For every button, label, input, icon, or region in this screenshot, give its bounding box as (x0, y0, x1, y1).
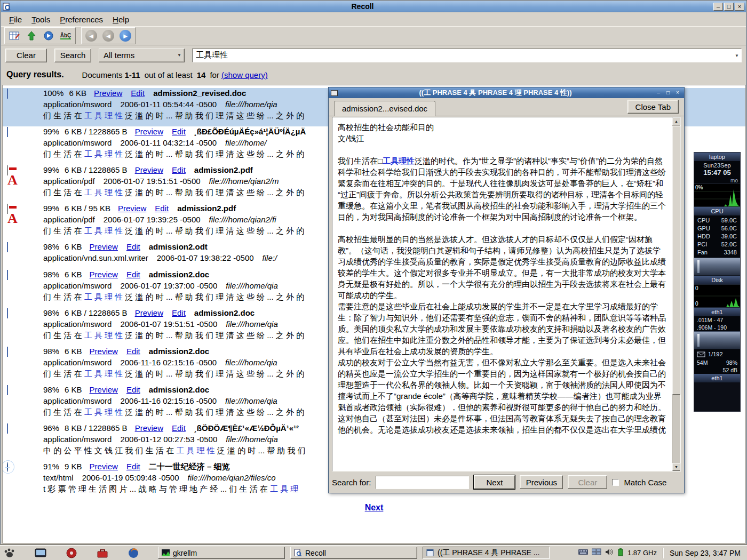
volume-icon[interactable] (605, 548, 614, 557)
search-button[interactable]: Search (54, 49, 91, 62)
scroll-up-icon[interactable]: ▲ (672, 117, 680, 125)
edit-link[interactable]: Edit (126, 385, 140, 394)
preview-link[interactable]: Preview (90, 347, 118, 356)
next-results-link[interactable]: Next (365, 503, 384, 512)
doc-paragraph: 我们生活在□工具理性泛滥的时代。作为“世之显学”的诸种以“事实”与“价值”的二分… (338, 155, 666, 222)
prev-page-icon[interactable]: ◀ (101, 29, 116, 43)
search-row: Clear Search All terms ▼ ▼ (1, 46, 746, 65)
preview-link[interactable]: Preview (135, 127, 163, 136)
preview-tab[interactable]: admission2...evised.doc (334, 101, 435, 116)
find-previous-button[interactable]: Previous (520, 475, 563, 489)
show-query-link[interactable]: (show query) (221, 70, 268, 79)
terminal-launcher-icon[interactable] (34, 547, 47, 559)
edit-link[interactable]: Edit (172, 423, 186, 433)
result-filename: admission2.odt (149, 242, 208, 251)
doc-file-icon (7, 309, 35, 341)
next-page-icon[interactable]: ▶ (118, 29, 133, 43)
window-manager-menu-icon[interactable] (3, 547, 16, 559)
edit-link[interactable]: Edit (131, 89, 145, 98)
edit-link[interactable]: Edit (172, 127, 186, 136)
preview-link[interactable]: Preview (118, 204, 146, 213)
preview-close-button[interactable]: × (673, 89, 682, 97)
edit-link[interactable]: Edit (155, 204, 169, 213)
main-titlebar[interactable]: Recoll – □ × (1, 1, 746, 12)
docs-label: Documents (82, 70, 123, 79)
preview-link[interactable]: Preview (135, 423, 163, 433)
edit-link[interactable]: Edit (126, 462, 140, 471)
gkrellm-monitor[interactable]: laptop Sun23Sep 15:47 05 mo 0% CPU CPU59… (694, 152, 741, 412)
cpu-frequency: 1.87 GHz (627, 549, 657, 557)
clear-button[interactable]: Clear (5, 49, 47, 62)
scroll-down-icon[interactable]: ▼ (672, 463, 680, 471)
preview-link[interactable]: Preview (90, 385, 118, 394)
media-player-launcher-icon[interactable] (65, 547, 78, 559)
hostname-label: laptop (694, 153, 740, 161)
preview-link[interactable]: Preview (90, 270, 118, 279)
taskbar-task-preview[interactable]: ((工 PHRASE 4 具 PHRASE ... (423, 547, 550, 559)
sensor-readouts: CPU59.0C GPU56.0C HDD39.0C PCI52.0C Fan3… (694, 215, 740, 258)
menu-preferences[interactable]: Preferences (55, 13, 108, 26)
edit-link[interactable]: Edit (172, 165, 186, 174)
net-tx: .906M - 190 (694, 324, 740, 331)
preview-scrollbar[interactable]: ▲ ▼ (672, 117, 680, 471)
maximize-button[interactable]: □ (724, 3, 734, 11)
doc-file-icon (7, 89, 35, 121)
search-mode-select[interactable]: All terms ▼ (99, 49, 185, 62)
menu-help[interactable]: Help (108, 13, 134, 26)
result-table-icon[interactable] (7, 29, 22, 43)
preview-find-bar: Search for: Next Previous Clear Match Ca… (332, 474, 681, 490)
result-url: file:///home/qia (226, 319, 278, 329)
preview-window: ((工 PHRASE 4 具 PHRASE 4 理 PHRASE 4 性)) –… (328, 87, 685, 493)
scrollbar-thumb[interactable] (672, 126, 680, 395)
menu-tools[interactable]: Tools (27, 13, 55, 26)
krell-meter[interactable] (694, 331, 740, 349)
keyboard-layout-icon[interactable] (578, 548, 588, 557)
preview-link[interactable]: Preview (90, 462, 118, 471)
preview-link[interactable]: Preview (135, 165, 163, 174)
edit-link[interactable]: Edit (172, 308, 186, 317)
preview-text-area[interactable]: 高校招生的社会功能和目的 文/钱江 我们生活在□工具理性泛滥的时代。作为“世之显… (332, 117, 681, 471)
disk-chart: 0 0 (694, 284, 740, 308)
preview-link[interactable]: Preview (90, 242, 118, 251)
preview-link[interactable]: Preview (94, 89, 122, 98)
sort-icon[interactable] (24, 29, 39, 43)
find-clear-button[interactable]: Clear (568, 475, 607, 489)
preview-window-icon (331, 90, 338, 96)
workspace-pager-icon[interactable] (592, 548, 601, 557)
window-title: Recoll (13, 2, 712, 11)
net-section-label: eth1 (694, 308, 740, 316)
preview-maximize-button[interactable]: □ (664, 89, 672, 97)
first-page-icon[interactable]: ◀ (84, 29, 99, 43)
tray-separator (663, 548, 664, 558)
close-button[interactable]: × (735, 3, 744, 11)
battery-icon[interactable] (617, 548, 624, 558)
history-icon[interactable] (41, 29, 56, 43)
doc-paragraph: 高校招生最明显的目的当然是选拔人才。但这选拔人才的目标却不仅仅是人们假定“因材施… (338, 234, 666, 301)
taskbar-task-recoll[interactable]: Recoll (290, 547, 417, 559)
search-input[interactable] (192, 49, 742, 62)
results-header: Query results. Documents 1-11 out of at … (1, 65, 746, 85)
spellcheck-icon[interactable]: ÂbÇ (58, 29, 73, 43)
doc-file-icon (7, 386, 35, 418)
taskbar-clock[interactable]: Sun Sep 23, 3:47 PM (670, 549, 744, 557)
find-input[interactable] (376, 476, 469, 489)
edit-link[interactable]: Edit (126, 242, 140, 251)
minimize-button[interactable]: – (713, 3, 723, 11)
preview-titlebar[interactable]: ((工 PHRASE 4 具 PHRASE 4 理 PHRASE 4 性)) –… (329, 87, 684, 98)
taskbar-task-gkrellm[interactable]: gkrellm (158, 547, 285, 559)
toolbox-launcher-icon[interactable] (96, 547, 109, 559)
match-case-checkbox[interactable] (612, 479, 619, 486)
menubar: File Tools Preferences Help (1, 13, 746, 26)
edit-link[interactable]: Edit (126, 270, 140, 279)
preview-link[interactable]: Preview (135, 308, 163, 317)
menu-file[interactable]: File (4, 13, 27, 26)
close-tab-button[interactable]: Close Tab (627, 100, 679, 114)
edit-link[interactable]: Edit (126, 347, 140, 356)
firefox-launcher-icon[interactable] (127, 547, 140, 559)
sound-panel: 52 dB (694, 366, 740, 374)
krell-meter[interactable] (694, 258, 740, 276)
find-next-button[interactable]: Next (474, 475, 515, 489)
preview-minimize-button[interactable]: – (654, 89, 663, 97)
mail-count: 1/192 (708, 351, 723, 357)
query-history-icon[interactable]: ▼ (735, 53, 739, 58)
